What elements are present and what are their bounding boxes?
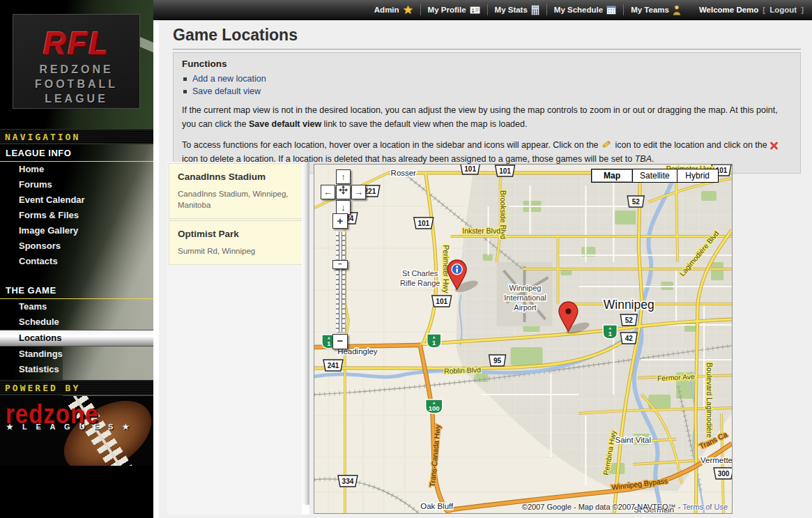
shield-241: 241: [323, 360, 343, 371]
sidebar-item-home[interactable]: Home: [0, 162, 153, 177]
map-type-hybrid-button[interactable]: Hybrid: [677, 169, 719, 183]
terms-of-use-link[interactable]: Terms of Use: [682, 503, 728, 511]
pan-center-icon: [339, 185, 348, 195]
logout-bracket-open: [: [763, 6, 765, 14]
sidebar-item-statistics[interactable]: Statistics: [0, 362, 153, 377]
delete-x-icon: [769, 142, 779, 150]
map-pan-left-button[interactable]: ←: [321, 185, 335, 199]
add-location-link[interactable]: Add a new location: [192, 74, 266, 84]
sidebar-item-sponsors[interactable]: Sponsors: [0, 238, 153, 254]
svg-text:101: 101: [436, 297, 447, 305]
league-logo[interactable]: RFL REDZONE FOOTBALL LEAGUE: [13, 14, 140, 109]
shield-101: 101: [461, 165, 480, 174]
map-label-oak-bluff: Oak Bluff: [420, 502, 454, 510]
league-logo-line1: REDZONE: [13, 62, 139, 77]
topbar-my-profile-label: My Profile: [428, 6, 466, 14]
section-title-league-info: LEAGUE INFO: [0, 144, 153, 162]
map-zoom-slider[interactable]: [336, 231, 345, 332]
topbar-my-teams-label: My Teams: [631, 6, 669, 14]
powered-by-strip: POWERED BY: [0, 380, 153, 395]
map-label-airport-3: Airport: [514, 303, 536, 312]
map-pan-center-button[interactable]: [336, 185, 351, 199]
map-type-buttons: Map Satellite Hybrid: [592, 169, 719, 183]
sidebar-item-teams[interactable]: Teams: [0, 299, 153, 314]
sidebar-item-schedule[interactable]: Schedule: [0, 314, 153, 330]
topbar-my-profile-link[interactable]: My Profile: [420, 4, 487, 15]
p2-text-e: .: [652, 154, 654, 164]
functions-paragraph-1: If the current map view is not in the de…: [182, 103, 792, 131]
sidebar-item-event-calendar[interactable]: Event Calendar: [0, 192, 153, 208]
sidebar-item-image-gallery[interactable]: Image Gallery: [0, 223, 153, 238]
shield-334: 334: [338, 475, 358, 487]
map-canvas[interactable]: 101 101 101 101 101 221 334 334 52 52 42…: [314, 165, 732, 513]
title-divider: [173, 49, 801, 49]
location-card-canadinns[interactable]: CanadInns Stadium CanadInns Stadium, Win…: [169, 163, 308, 219]
leagues-wordmark: ★ L E A G U E S ★: [0, 422, 153, 432]
svg-text:101: 101: [499, 167, 511, 174]
map-label-rosser: Rosser: [391, 169, 417, 177]
shield-101: 101: [432, 296, 452, 307]
sidebar-item-contacts[interactable]: Contacts: [0, 254, 153, 269]
arrow-left-icon: ←: [323, 187, 332, 197]
map-label-st-charles-1: St Charles: [402, 269, 438, 277]
logout-link[interactable]: Logout: [769, 6, 797, 14]
map-type-map-button[interactable]: Map: [591, 169, 633, 183]
bullet-icon: [183, 77, 187, 81]
p2-text-b: icon to edit the location and click on t…: [613, 140, 769, 150]
league-logo-acronym: RFL: [13, 24, 139, 62]
functions-box: Functions Add a new location Save defaul…: [173, 52, 801, 174]
topbar-my-teams-link[interactable]: My Teams: [623, 4, 688, 15]
svg-text:1: 1: [327, 340, 331, 347]
map-type-satellite-button[interactable]: Satellite: [632, 169, 677, 183]
shield-95: 95: [489, 355, 506, 366]
save-default-view-link[interactable]: Save default view: [192, 86, 261, 96]
shield-trans-canada-1: 1: [603, 325, 617, 339]
shield-101: 101: [414, 218, 434, 229]
redzone-leagues-logo[interactable]: redzone ★ L E A G U E S ★: [0, 396, 153, 466]
functions-heading: Functions: [182, 59, 792, 69]
sidebar-item-forms-files[interactable]: Forms & Files: [0, 208, 153, 223]
section-title-the-game: THE GAME: [0, 282, 153, 299]
map-zoom-out-button[interactable]: −: [332, 334, 348, 349]
shield-101: 101: [496, 165, 515, 176]
map-pan-right-button[interactable]: →: [351, 185, 366, 199]
p1-text-c: link to save the default view when the m…: [321, 119, 527, 129]
map-panel: 101 101 101 101 101 221 334 334 52 52 42…: [314, 164, 733, 514]
topbar-admin-link[interactable]: Admin: [367, 4, 420, 15]
location-address: Summit Rd, Winnipeg: [178, 245, 300, 257]
shield-300: 300: [714, 468, 732, 479]
topbar-admin-label: Admin: [374, 6, 399, 14]
shield-42: 42: [620, 333, 637, 344]
svg-text:42: 42: [625, 334, 634, 342]
sidebar-item-locations[interactable]: Locations: [0, 330, 153, 346]
arrow-right-icon: →: [354, 187, 363, 197]
copyright-text: ©2007 Google - Map data ©2007 NAVTEQ™ -: [522, 503, 682, 511]
p2-text-a: To access functions for each location, h…: [182, 140, 601, 150]
sidebar-item-forums[interactable]: Forums: [0, 177, 153, 192]
svg-text:1: 1: [432, 339, 436, 346]
sidebar-section-league-info: LEAGUE INFO Home Forums Event Calendar F…: [0, 144, 153, 269]
topbar-my-stats-link[interactable]: My Stats: [487, 4, 546, 15]
map-label-st-charles-2: Rifle Range: [400, 279, 440, 287]
league-logo-line2: FOOTBALL: [13, 77, 139, 91]
location-card-optimist-park[interactable]: Optimist Park Summit Rd, Winnipeg: [169, 220, 308, 265]
locations-list-panel: CanadInns Stadium CanadInns Stadium, Win…: [167, 162, 309, 515]
marker-dot-icon: [565, 308, 571, 314]
locations-scrollbar[interactable]: [302, 162, 309, 505]
p2-italic-tba: TBA: [635, 154, 652, 164]
map-zoom-in-button[interactable]: +: [332, 213, 348, 229]
map-pan-up-button[interactable]: ↑: [336, 169, 351, 184]
svg-text:101: 101: [418, 219, 429, 227]
bullet-icon: [183, 90, 187, 93]
arrow-down-icon: ↓: [341, 202, 346, 213]
page: RFL REDZONE FOOTBALL LEAGUE NAVIGATION L…: [0, 0, 812, 518]
star-icon: [403, 5, 413, 15]
topbar-my-schedule-link[interactable]: My Schedule: [546, 4, 623, 15]
svg-text:95: 95: [493, 356, 502, 364]
map-zoom-slider-handle[interactable]: −: [332, 260, 348, 269]
sidebar-item-standings[interactable]: Standings: [0, 346, 153, 362]
svg-text:52: 52: [632, 197, 641, 205]
league-logo-line3: LEAGUE: [13, 91, 139, 106]
svg-text:1: 1: [608, 330, 613, 337]
map-pan-down-button[interactable]: ↓: [336, 200, 351, 215]
